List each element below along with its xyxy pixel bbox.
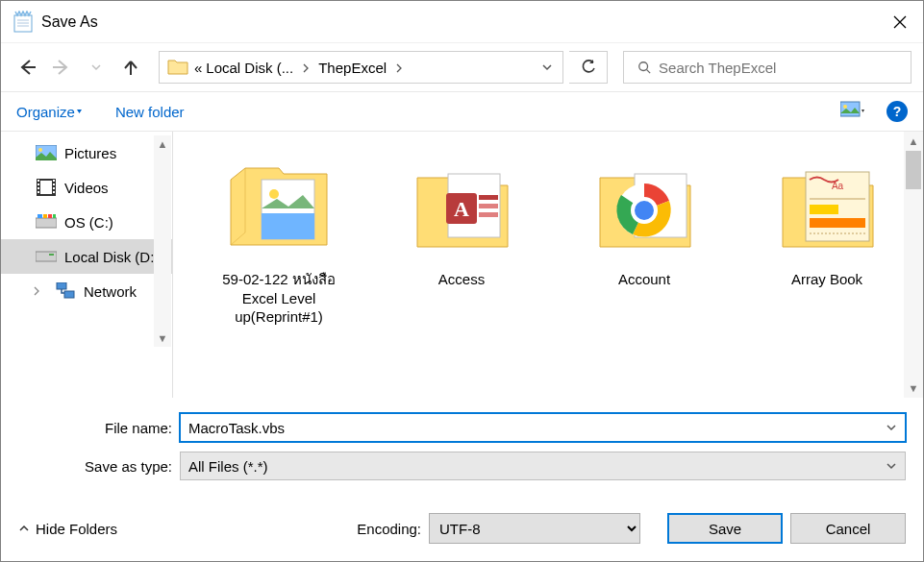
drive-icon: [36, 214, 57, 230]
svg-rect-28: [64, 291, 74, 298]
svg-rect-18: [53, 187, 55, 189]
view-options-button[interactable]: [840, 100, 867, 124]
svg-rect-13: [37, 183, 39, 185]
nav-back-button[interactable]: [12, 53, 41, 82]
filetype-combobox[interactable]: All Files (*.*): [180, 452, 906, 480]
search-input[interactable]: [659, 53, 911, 82]
refresh-button[interactable]: [569, 51, 608, 84]
tree-item-label: Local Disk (D:): [64, 249, 159, 265]
chevron-down-icon: [77, 107, 87, 116]
hide-folders-label: Hide Folders: [36, 521, 117, 537]
svg-text:A: A: [454, 197, 469, 221]
svg-rect-24: [53, 214, 56, 218]
save-button[interactable]: Save: [667, 513, 783, 544]
folder-item[interactable]: Account: [567, 151, 721, 327]
chevron-down-icon[interactable]: [886, 458, 897, 475]
organize-menu[interactable]: Organize: [16, 104, 87, 120]
tree-item-label: Network: [84, 283, 137, 300]
tree-item-pictures[interactable]: Pictures: [1, 135, 172, 170]
encoding-select[interactable]: UTF-8: [429, 513, 640, 544]
cancel-button[interactable]: Cancel: [790, 513, 906, 544]
pictures-icon: [36, 145, 57, 160]
nav-up-button[interactable]: [116, 53, 145, 82]
filetype-label: Save as type:: [18, 458, 180, 475]
help-button[interactable]: ?: [887, 101, 908, 122]
chevron-down-icon[interactable]: [886, 420, 897, 436]
tree-item-label: Videos: [64, 180, 109, 196]
scroll-down-icon[interactable]: ▼: [154, 330, 171, 347]
svg-text:Aa: Aa: [832, 181, 844, 191]
svg-rect-17: [53, 183, 55, 185]
encoding-label: Encoding:: [357, 521, 421, 537]
tree-scrollbar[interactable]: ▲ ▼: [154, 135, 171, 347]
items-scrollbar[interactable]: ▲ ▼: [904, 132, 923, 398]
nav-history-dropdown[interactable]: [82, 53, 111, 82]
svg-rect-26: [49, 254, 54, 256]
search-box[interactable]: [623, 51, 912, 84]
new-folder-button[interactable]: New folder: [115, 104, 185, 120]
svg-rect-14: [37, 187, 39, 189]
svg-rect-45: [810, 218, 865, 228]
close-button[interactable]: [877, 1, 923, 43]
folder-item[interactable]: Aa Array Book: [750, 151, 904, 327]
svg-rect-36: [479, 204, 498, 208]
svg-rect-27: [57, 282, 66, 289]
filename-combobox[interactable]: [180, 413, 906, 442]
videos-icon: [36, 179, 57, 196]
notepad-app-icon: [12, 11, 34, 33]
item-view: 59-02-122 หนังสือ Excel Level up(Reprint…: [172, 132, 923, 398]
svg-rect-44: [810, 205, 838, 214]
chevron-right-icon[interactable]: [301, 60, 311, 76]
scroll-up-icon[interactable]: ▲: [154, 135, 171, 153]
folder-tree: Pictures Videos OS (C:) Local Disk (D:): [1, 132, 172, 398]
folder-item[interactable]: 59-02-122 หนังสือ Excel Level up(Reprint…: [202, 151, 356, 327]
search-icon: [637, 60, 651, 75]
folder-label: Array Book: [750, 266, 904, 289]
folder-thumb-icon: [202, 151, 356, 266]
address-bar[interactable]: « Local Disk (... ThepExcel: [159, 51, 563, 84]
organize-label: Organize: [16, 104, 75, 120]
svg-rect-6: [840, 102, 860, 116]
svg-rect-23: [48, 214, 52, 218]
breadcrumb-segment[interactable]: Local Disk (...: [206, 60, 293, 76]
drive-icon: [36, 250, 57, 263]
folder-label: Account: [567, 266, 721, 289]
svg-rect-37: [479, 212, 498, 217]
address-dropdown[interactable]: [532, 60, 562, 76]
tree-item-label: OS (C:): [64, 214, 113, 231]
folder-chrome-icon: [567, 151, 721, 266]
filetype-value: All Files (*.*): [188, 458, 268, 475]
svg-line-5: [647, 70, 651, 74]
svg-point-9: [38, 148, 42, 152]
breadcrumb-segment[interactable]: ThepExcel: [318, 60, 387, 76]
network-icon: [55, 282, 76, 300]
svg-rect-35: [479, 195, 498, 200]
tree-item-os-c[interactable]: OS (C:): [1, 205, 172, 239]
folder-item[interactable]: A Access: [385, 151, 538, 327]
svg-point-40: [633, 199, 656, 222]
svg-point-31: [269, 189, 279, 199]
filename-input[interactable]: [188, 415, 905, 440]
nav-forward-button[interactable]: [47, 53, 76, 82]
svg-point-7: [843, 105, 847, 109]
svg-rect-30: [262, 213, 314, 239]
chevron-right-icon[interactable]: [394, 60, 404, 76]
breadcrumb-overflow[interactable]: «: [194, 60, 202, 76]
folder-paper-icon: Aa: [750, 151, 904, 266]
expand-icon[interactable]: [26, 286, 47, 296]
scroll-up-icon[interactable]: ▲: [904, 132, 923, 151]
tree-item-local-disk-d[interactable]: Local Disk (D:): [1, 239, 172, 274]
svg-rect-21: [37, 214, 42, 218]
scrollbar-thumb[interactable]: [906, 151, 921, 189]
svg-rect-22: [43, 214, 47, 218]
svg-rect-15: [37, 191, 39, 193]
tree-item-videos[interactable]: Videos: [1, 170, 172, 205]
filename-label: File name:: [18, 420, 180, 436]
folder-icon: [167, 58, 188, 78]
tree-item-network[interactable]: Network: [1, 274, 172, 308]
dialog-title: Save As: [41, 13, 98, 31]
scroll-down-icon[interactable]: ▼: [904, 379, 923, 398]
tree-item-label: Pictures: [64, 145, 116, 161]
hide-folders-button[interactable]: Hide Folders: [18, 521, 117, 537]
folder-access-icon: A: [385, 151, 538, 266]
